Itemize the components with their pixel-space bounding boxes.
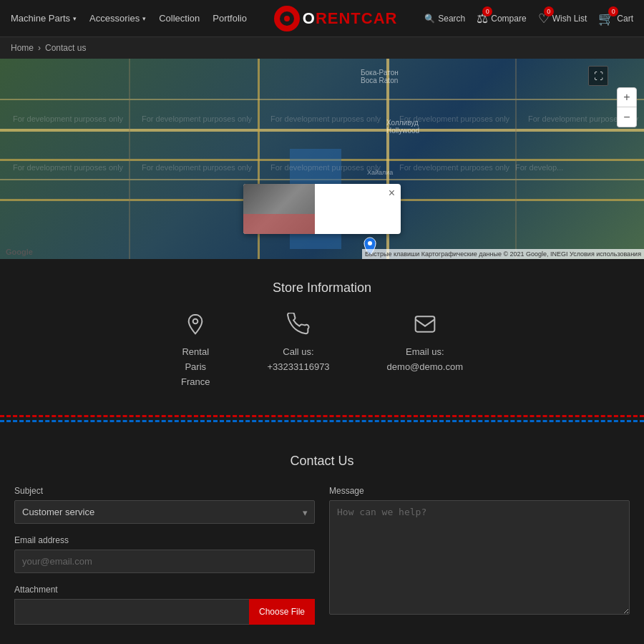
close-popup-button[interactable]: × — [389, 187, 395, 200]
compare-icon-wrap: ⚖ 0 — [477, 11, 488, 26]
compare-nav-item[interactable]: ⚖ 0 Compare — [477, 11, 526, 26]
subject-group: Subject Customer service Technical suppo… — [14, 486, 315, 524]
map-popup-content — [243, 184, 401, 234]
subject-label: Subject — [14, 486, 315, 496]
nav-collection-label: Collection — [159, 13, 200, 24]
header: Machine Parts ▾ Accessories ▾ Collection… — [0, 0, 644, 37]
logo-brand: RENTCAR — [316, 9, 398, 27]
store-thumbnail — [243, 184, 315, 234]
contact-title: Contact Us — [14, 454, 630, 469]
map-popup-text — [315, 184, 326, 234]
dev-text-4: For development purposes only — [399, 163, 509, 172]
svg-rect-5 — [415, 316, 434, 331]
nav-portfolio[interactable]: Portfolio — [213, 13, 247, 24]
compare-label: Compare — [491, 14, 526, 24]
cart-label: Cart — [617, 14, 633, 24]
cart-nav-item[interactable]: 🛒 0 Cart — [598, 11, 633, 26]
logo[interactable]: ORENTCAR — [274, 6, 398, 31]
attachment-label: Attachment — [14, 585, 315, 595]
store-address-text: RentalParisFrance — [181, 345, 210, 389]
logo-area: ORENTCAR — [247, 6, 424, 31]
zoom-in-button[interactable]: + — [617, 87, 637, 107]
map-label-boca: Бока-РатонBoca Raton — [361, 69, 399, 84]
email-icon — [414, 313, 436, 339]
map-popup-image — [243, 184, 315, 234]
store-info-items: RentalParisFrance Call us:+33233116973 E… — [0, 313, 644, 389]
nav-portfolio-label: Portfolio — [213, 13, 247, 24]
map-expand-button[interactable]: ⛶ — [588, 66, 608, 86]
search-nav-item[interactable]: 🔍 Search — [424, 14, 465, 24]
chevron-down-icon: ▾ — [142, 15, 146, 22]
cart-badge: 0 — [608, 6, 618, 16]
location-icon — [184, 313, 207, 339]
store-info-title: Store Information — [0, 280, 644, 296]
map-label-hollywood: ХолливудHollywood — [386, 119, 419, 135]
choose-file-button[interactable]: Choose File — [249, 599, 315, 625]
nav-machine-parts[interactable]: Machine Parts ▾ — [11, 13, 77, 24]
search-label: Search — [438, 14, 465, 24]
breadcrumb: Home › Contact us — [0, 37, 644, 59]
nav-accessories-label: Accessories — [89, 13, 140, 24]
dev-text-6: For development purposes only — [13, 114, 123, 123]
nav-collection[interactable]: Collection — [159, 13, 200, 24]
store-phone-item: Call us:+33233116973 — [267, 313, 329, 389]
search-icon: 🔍 — [424, 14, 435, 24]
breadcrumb-separator: › — [38, 43, 41, 53]
attachment-row: Choose File — [14, 599, 315, 625]
store-phone-text: Call us:+33233116973 — [267, 345, 329, 375]
subject-select-wrapper: Customer service Technical support Billi… — [14, 500, 315, 524]
store-location-item: RentalParisFrance — [181, 313, 210, 389]
dev-text-8: For development purposes only — [270, 114, 381, 123]
dev-text-1: For development purposes only — [13, 163, 123, 172]
email-group: Email address — [14, 535, 315, 573]
cart-icon-wrap: 🛒 0 — [598, 11, 614, 26]
wishlist-badge: 0 — [544, 6, 554, 16]
wishlist-nav-item[interactable]: ♡ 0 Wish List — [538, 11, 587, 26]
nav-accessories[interactable]: Accessories ▾ — [89, 13, 146, 24]
attachment-group: Attachment Choose File — [14, 585, 315, 625]
message-textarea[interactable] — [329, 500, 630, 615]
map-zoom-controls: + − — [617, 87, 637, 127]
svg-point-3 — [368, 241, 372, 245]
store-email-text: Email us:demo@demo.com — [387, 345, 463, 375]
logo-icon — [274, 6, 300, 31]
dev-text-3: For development purposes only — [270, 163, 381, 172]
contact-section: Contact Us Subject Customer service Tech… — [0, 432, 644, 644]
logo-text: ORENTCAR — [303, 9, 398, 28]
compare-badge: 0 — [482, 6, 492, 16]
contact-form-grid: Subject Customer service Technical suppo… — [14, 486, 630, 636]
email-input[interactable] — [14, 550, 315, 573]
dev-text-5: For develop... — [515, 163, 563, 172]
store-info-section: Store Information RentalParisFrance Call… — [0, 259, 644, 404]
contact-form-left: Subject Customer service Technical suppo… — [14, 486, 315, 636]
breadcrumb-current: Contact us — [45, 43, 86, 53]
message-label: Message — [329, 486, 630, 496]
heart-icon-wrap: ♡ 0 — [538, 11, 550, 26]
breadcrumb-home[interactable]: Home — [11, 43, 34, 53]
nav-right: 🔍 Search ⚖ 0 Compare ♡ 0 Wish List 🛒 0 C… — [424, 11, 633, 26]
map-popup: × — [243, 184, 401, 234]
dev-text-7: For development purposes only — [142, 114, 252, 123]
dev-text-2: For development purposes only — [142, 163, 252, 172]
subject-select[interactable]: Customer service Technical support Billi… — [14, 500, 315, 524]
message-group: Message — [329, 486, 630, 617]
svg-point-4 — [193, 319, 198, 324]
zoom-out-button[interactable]: − — [617, 107, 637, 127]
map-attribution: Быстрые клавиши Картографические данные … — [362, 249, 644, 259]
email-label: Email address — [14, 535, 315, 545]
nav-left: Machine Parts ▾ Accessories ▾ Collection… — [11, 13, 247, 24]
chevron-down-icon: ▾ — [73, 15, 77, 22]
contact-form-right: Message — [329, 486, 630, 636]
map-label-hialeah: Хайалиа — [367, 169, 393, 176]
store-email-item: Email us:demo@demo.com — [387, 313, 463, 389]
map-background: For development purposes only For develo… — [0, 59, 644, 259]
map-container: For development purposes only For develo… — [0, 59, 644, 259]
phone-icon — [287, 313, 310, 339]
nav-machine-parts-label: Machine Parts — [11, 13, 70, 24]
wishlist-label: Wish List — [552, 14, 587, 24]
attachment-input[interactable] — [14, 599, 249, 625]
google-label: Google — [6, 248, 33, 256]
dashed-divider-top — [0, 411, 644, 425]
